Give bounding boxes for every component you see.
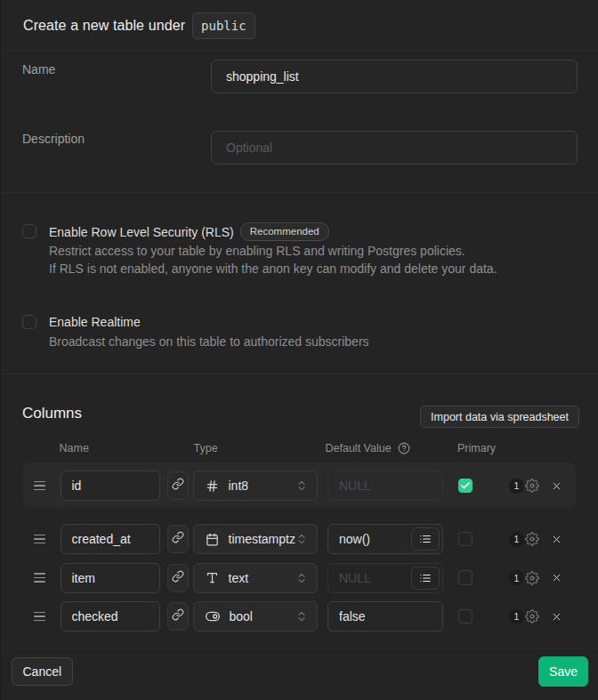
foreign-key-link-button[interactable] (167, 471, 189, 500)
remove-column-button[interactable] (551, 572, 562, 583)
rls-checkbox[interactable] (22, 224, 36, 238)
realtime-checkbox[interactable] (22, 315, 36, 329)
foreign-key-link-button[interactable] (167, 602, 189, 631)
rls-label: Enable Row Level Security (RLS) (49, 225, 234, 239)
header-name: Name (60, 442, 89, 455)
header-type: Type (194, 442, 218, 455)
chevrons-up-down-icon (295, 533, 308, 545)
panel-footer: Cancel Save (1, 648, 598, 700)
link-icon (172, 608, 184, 624)
column-type-select[interactable]: int8 (193, 471, 318, 501)
recommended-badge: Recommended (240, 222, 329, 241)
drag-handle-icon[interactable] (34, 535, 45, 544)
foreign-key-link-button[interactable] (167, 525, 189, 553)
column-row: bool 1 (1, 601, 598, 632)
column-type-select[interactable]: timestamptz (193, 524, 318, 554)
toggle-icon (206, 609, 220, 624)
list-button[interactable] (411, 527, 440, 551)
column-row: text 1 (1, 563, 598, 593)
settings-count-badge: 1 (509, 570, 524, 585)
column-name-input[interactable] (61, 563, 160, 593)
x-icon (551, 611, 562, 623)
description-input[interactable] (211, 131, 578, 165)
column-name-input[interactable] (61, 471, 160, 501)
create-table-panel: Create a new table under public Name Des… (0, 0, 598, 700)
remove-column-button[interactable] (551, 480, 562, 492)
drag-handle-icon[interactable] (34, 573, 45, 583)
link-icon (172, 570, 184, 586)
gear-icon (525, 479, 539, 493)
schema-chip: public (192, 12, 255, 39)
settings-count-badge: 1 (509, 479, 524, 494)
rls-description: Restrict access to your table by enablin… (49, 242, 497, 278)
column-name-input[interactable] (61, 601, 160, 632)
column-settings-button[interactable] (525, 479, 539, 493)
settings-count-badge: 1 (509, 532, 524, 547)
header-primary: Primary (457, 442, 496, 455)
check-icon (460, 480, 471, 491)
drag-handle-icon[interactable] (34, 481, 45, 491)
drag-handle-icon[interactable] (34, 612, 45, 622)
remove-column-button[interactable] (551, 611, 562, 623)
panel-title: Create a new table under (23, 18, 185, 34)
x-icon (551, 534, 562, 545)
hash-icon (206, 479, 219, 493)
remove-column-button[interactable] (551, 534, 562, 545)
primary-checkbox[interactable] (458, 532, 473, 547)
gear-icon (525, 609, 539, 624)
rls-toggle-block: Enable Row Level Security (RLS) Recommen… (1, 224, 598, 278)
realtime-content: Enable Realtime Broadcast changes on thi… (49, 315, 369, 350)
description-field-row: Description (1, 131, 598, 165)
chevrons-up-down-icon (295, 479, 308, 492)
section-toggles: Enable Row Level Security (RLS) Recommen… (1, 193, 598, 374)
list-icon (419, 572, 432, 584)
cancel-button[interactable]: Cancel (12, 657, 73, 686)
settings-count-badge: 1 (509, 609, 524, 624)
rls-content: Enable Row Level Security (RLS) Recommen… (49, 224, 497, 278)
chevrons-up-down-icon (295, 610, 308, 623)
help-circle-icon[interactable] (398, 442, 410, 455)
x-icon (551, 572, 562, 583)
realtime-description: Broadcast changes on this table to autho… (49, 333, 369, 350)
panel-header: Create a new table under public (1, 0, 598, 51)
columns-table-header: Name Type Default Value Primary (1, 442, 598, 455)
name-input[interactable] (211, 60, 578, 93)
column-type-select[interactable]: bool (193, 601, 318, 632)
section-basic: Name Description (1, 51, 598, 193)
chevrons-up-down-icon (295, 572, 308, 584)
section-columns: Columns Import data via spreadsheet Name… (1, 374, 598, 648)
calendar-icon (206, 533, 219, 546)
save-button[interactable]: Save (538, 656, 588, 687)
gear-icon (525, 571, 539, 585)
default-value-input[interactable] (327, 471, 443, 501)
column-settings-button[interactable] (525, 532, 539, 546)
header-default-value: Default Value (326, 442, 410, 455)
default-value-wrap (327, 524, 443, 554)
list-button[interactable] (411, 567, 440, 590)
primary-checkbox[interactable] (458, 570, 473, 585)
column-settings-button[interactable] (525, 571, 539, 585)
column-name-input[interactable] (61, 524, 160, 554)
column-row: int8 1 (1, 471, 598, 501)
default-value-wrap (327, 563, 443, 593)
foreign-key-link-button[interactable] (167, 564, 189, 592)
columns-heading: Columns (22, 404, 82, 423)
name-label: Name (1, 60, 211, 93)
list-icon (419, 533, 432, 545)
description-label: Description (1, 130, 211, 165)
name-field-row: Name (1, 60, 598, 93)
default-value-input[interactable] (327, 601, 443, 632)
link-icon (172, 478, 184, 494)
realtime-label: Enable Realtime (49, 315, 141, 329)
column-type-select[interactable]: text (193, 563, 318, 593)
realtime-toggle-block: Enable Realtime Broadcast changes on thi… (1, 315, 598, 350)
gear-icon (525, 532, 539, 546)
x-icon (551, 480, 562, 492)
import-data-button[interactable]: Import data via spreadsheet (420, 406, 579, 428)
column-row: timestamptz 1 (1, 524, 598, 554)
column-settings-button[interactable] (525, 609, 539, 624)
primary-checkbox[interactable] (458, 609, 473, 624)
link-icon (172, 531, 184, 547)
primary-checkbox[interactable] (458, 479, 473, 494)
type-icon (206, 571, 219, 584)
